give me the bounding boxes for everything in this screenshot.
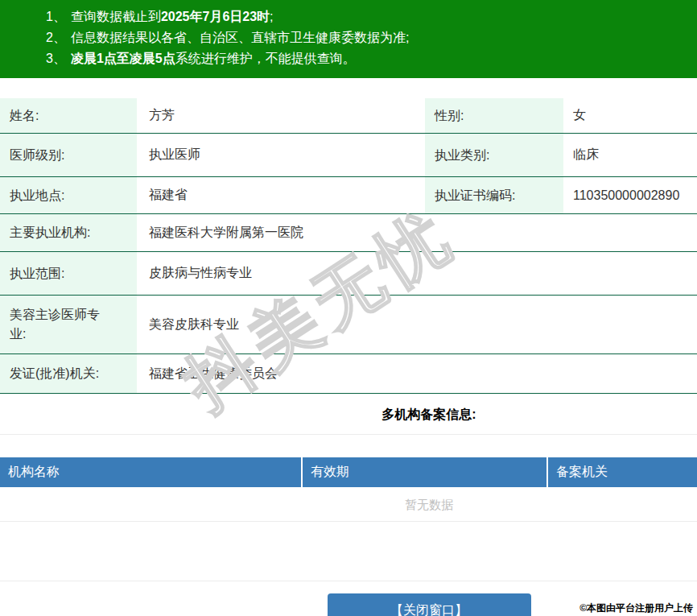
column-header-institution-name: 机构名称 [0, 457, 303, 487]
field-value-main-institution: 福建医科大学附属第一医院 [137, 214, 697, 251]
field-label-practice-scope: 执业范围: [0, 252, 137, 295]
notice-number: 1、 [46, 10, 66, 23]
column-header-record-authority: 备案机关 [548, 457, 697, 487]
field-value-gender: 女 [563, 98, 697, 133]
close-window-button[interactable]: 【关闭窗口】 [328, 593, 531, 616]
info-row-cosmetic-specialty: 美容主诊医师专业: 美容皮肤科专业 [0, 296, 697, 354]
info-row-location-certno: 执业地点: 福建省 执业证书编码: 110350000002890 [0, 177, 697, 214]
records-table-header: 机构名称 有效期 备案机关 [0, 457, 697, 487]
notice-text: 查询数据截止到 [71, 10, 161, 23]
divider [0, 522, 697, 581]
info-row-level-category: 医师级别: 执业医师 执业类别: 临床 [0, 134, 697, 177]
field-label-certificate-number: 执业证书编码: [425, 177, 563, 213]
multi-institution-section-title: 多机构备案信息: [0, 394, 697, 435]
notice-line-2: 2、信息数据结果以各省、自治区、直辖市卫生健康委数据为准; [46, 27, 697, 48]
field-value-doctor-level: 执业医师 [137, 134, 425, 176]
notice-banner: 1、查询数据截止到2025年7月6日23时; 2、信息数据结果以各省、自治区、直… [0, 0, 697, 78]
field-value-name: 方芳 [137, 98, 425, 133]
field-label-name: 姓名: [0, 98, 137, 133]
doctor-info-table: 姓名: 方芳 性别: 女 医师级别: 执业医师 执业类别: 临床 执业地点: 福… [0, 98, 697, 394]
column-header-validity-period: 有效期 [303, 457, 548, 487]
notice-number: 2、 [46, 31, 66, 44]
page: 1、查询数据截止到2025年7月6日23时; 2、信息数据结果以各省、自治区、直… [0, 0, 697, 616]
notice-text-bold: 凌晨1点至凌晨5点 [71, 52, 175, 65]
notice-text: 信息数据结果以各省、自治区、直辖市卫生健康委数据为准; [71, 31, 409, 44]
records-empty-placeholder: 暂无数据 [0, 487, 697, 522]
field-label-practice-category: 执业类别: [425, 134, 563, 176]
info-row-name-gender: 姓名: 方芳 性别: 女 [0, 98, 697, 134]
info-row-main-institution: 主要执业机构: 福建医科大学附属第一医院 [0, 214, 697, 252]
notice-number: 3、 [46, 52, 66, 65]
notice-text: 系统进行维护，不能提供查询。 [175, 52, 356, 65]
field-label-practice-location: 执业地点: [0, 177, 137, 213]
field-value-practice-category: 临床 [563, 134, 697, 176]
notice-line-1: 1、查询数据截止到2025年7月6日23时; [46, 6, 697, 27]
notice-text: ; [270, 10, 273, 23]
field-value-practice-location: 福建省 [137, 177, 425, 213]
field-value-cosmetic-specialty: 美容皮肤科专业 [137, 296, 697, 353]
field-label-doctor-level: 医师级别: [0, 134, 137, 176]
field-value-issuing-authority: 福建省卫生健康委员会 [137, 354, 697, 393]
field-value-practice-scope: 皮肤病与性病专业 [137, 252, 697, 295]
info-row-issuing-authority: 发证(批准)机关: 福建省卫生健康委员会 [0, 354, 697, 394]
field-label-main-institution: 主要执业机构: [0, 214, 137, 251]
field-label-cosmetic-specialty: 美容主诊医师专业: [0, 296, 137, 353]
notice-text-bold: 2025年7月6日23时 [161, 10, 270, 23]
notice-line-3: 3、凌晨1点至凌晨5点系统进行维护，不能提供查询。 [46, 48, 697, 69]
field-value-certificate-number: 110350000002890 [563, 177, 697, 213]
field-label-gender: 性别: [425, 98, 563, 133]
info-row-practice-scope: 执业范围: 皮肤病与性病专业 [0, 252, 697, 296]
uploader-caption: ©本图由平台注册用户上传 [579, 602, 693, 615]
field-label-issuing-authority: 发证(批准)机关: [0, 354, 137, 393]
